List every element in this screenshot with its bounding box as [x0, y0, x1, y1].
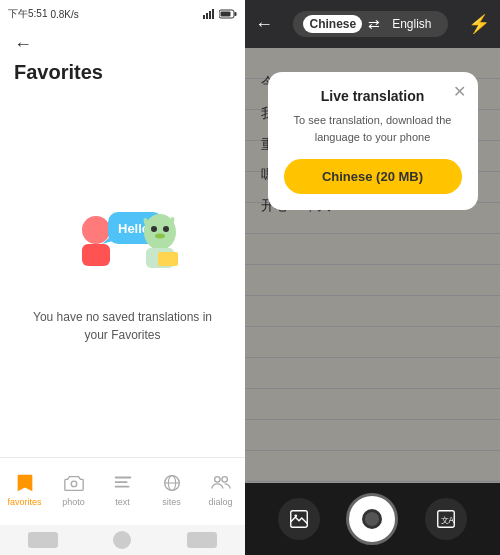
svg-rect-8: [82, 244, 110, 266]
camera-controls: 文A: [245, 483, 500, 555]
target-lang-button[interactable]: English: [386, 15, 437, 33]
sys-back[interactable]: [28, 532, 58, 548]
nav-label-dialog: dialog: [208, 497, 232, 507]
svg-rect-23: [114, 486, 129, 488]
svg-rect-19: [158, 252, 178, 266]
empty-state-text: You have no saved translations in your F…: [20, 308, 225, 344]
nav-label-photo: photo: [62, 497, 85, 507]
language-switcher: Chinese ⇄ English: [293, 11, 447, 37]
text-icon: [112, 472, 134, 494]
left-header: ← Favorites: [0, 28, 245, 88]
modal-title: Live translation: [284, 88, 462, 104]
nav-item-dialog[interactable]: dialog: [201, 472, 241, 507]
svg-rect-3: [212, 9, 214, 19]
dialog-icon: [210, 472, 232, 494]
svg-point-20: [71, 481, 77, 487]
signal-icon: [203, 9, 217, 19]
sys-recents[interactable]: [187, 532, 217, 548]
left-panel: 下午5:51 0.8K/s ← Favorites: [0, 0, 245, 555]
svg-point-13: [151, 226, 157, 232]
globe-icon: [161, 472, 183, 494]
svg-rect-0: [203, 15, 205, 19]
status-time: 下午5:51: [8, 7, 47, 21]
svg-rect-5: [235, 12, 237, 16]
download-language-button[interactable]: Chinese (20 MB): [284, 159, 462, 194]
download-lang-name: Chinese: [322, 169, 373, 184]
photo-icon: [63, 472, 85, 494]
svg-point-27: [214, 477, 220, 483]
right-panel: ← Chinese ⇄ English ⚡ 今天天气很好, 我们一起骑车去玩要吧…: [245, 0, 500, 555]
bottom-nav: favorites photo text: [0, 457, 245, 525]
camera-icon: [63, 472, 85, 494]
nav-label-text: text: [115, 497, 130, 507]
status-bar-right: [203, 9, 237, 19]
svg-point-15: [155, 233, 165, 238]
back-button[interactable]: ←: [14, 34, 38, 55]
gallery-button[interactable]: [278, 498, 320, 540]
svg-text:文A: 文A: [440, 516, 454, 525]
live-translation-modal: ✕ Live translation To see translation, d…: [268, 72, 478, 210]
capture-icon: [357, 504, 387, 534]
modal-description: To see translation, download the languag…: [284, 112, 462, 145]
camera-view: 今天天气很好, 我们一起骑车去玩要吧, 重大天才加油哦! 嗯嗯嗯嗯~ 开心一辈大…: [245, 48, 500, 483]
modal-overlay: ✕ Live translation To see translation, d…: [245, 48, 500, 483]
nav-item-photo[interactable]: photo: [54, 472, 94, 507]
svg-rect-22: [114, 481, 127, 483]
sites-icon: [161, 472, 183, 494]
download-size-value: 20 MB: [380, 169, 418, 184]
svg-rect-6: [221, 12, 231, 17]
nav-item-sites[interactable]: sites: [152, 472, 192, 507]
right-header: ← Chinese ⇄ English ⚡: [245, 0, 500, 48]
favorites-illustration: Hello!: [58, 202, 188, 292]
illustration: Hello!: [58, 202, 188, 292]
svg-point-14: [163, 226, 169, 232]
capture-button[interactable]: [346, 493, 398, 545]
nav-label-favorites: favorites: [7, 497, 41, 507]
text-nav-icon: [112, 472, 134, 494]
nav-label-sites: sites: [162, 497, 181, 507]
nav-item-favorites[interactable]: favorites: [5, 472, 45, 507]
svg-point-28: [221, 477, 227, 483]
right-back-button[interactable]: ←: [255, 14, 273, 35]
svg-rect-21: [114, 477, 131, 479]
svg-rect-2: [209, 11, 211, 19]
network-speed: 0.8K/s: [50, 9, 78, 20]
translate-image-icon: 文A: [435, 508, 457, 530]
bookmark-icon: [14, 472, 36, 494]
svg-point-7: [82, 216, 110, 244]
switch-languages-icon[interactable]: ⇄: [368, 16, 380, 32]
nav-item-text[interactable]: text: [103, 472, 143, 507]
gallery-icon: [288, 508, 310, 530]
svg-rect-1: [206, 13, 208, 19]
favorites-icon: [14, 472, 36, 494]
battery-icon: [219, 9, 237, 19]
svg-point-32: [365, 512, 379, 526]
source-lang-button[interactable]: Chinese: [303, 15, 362, 33]
status-bar-left: 下午5:51 0.8K/s: [8, 7, 79, 21]
people-icon: [210, 472, 232, 494]
empty-state: Hello! You have no saved translations in…: [0, 88, 245, 457]
status-bar: 下午5:51 0.8K/s: [0, 0, 245, 28]
image-translate-button[interactable]: 文A: [425, 498, 467, 540]
modal-close-button[interactable]: ✕: [453, 82, 466, 101]
sys-home[interactable]: [113, 531, 131, 549]
page-title: Favorites: [14, 61, 231, 84]
system-nav: [0, 525, 245, 555]
flash-icon[interactable]: ⚡: [468, 13, 490, 35]
download-size-close: ): [419, 169, 423, 184]
